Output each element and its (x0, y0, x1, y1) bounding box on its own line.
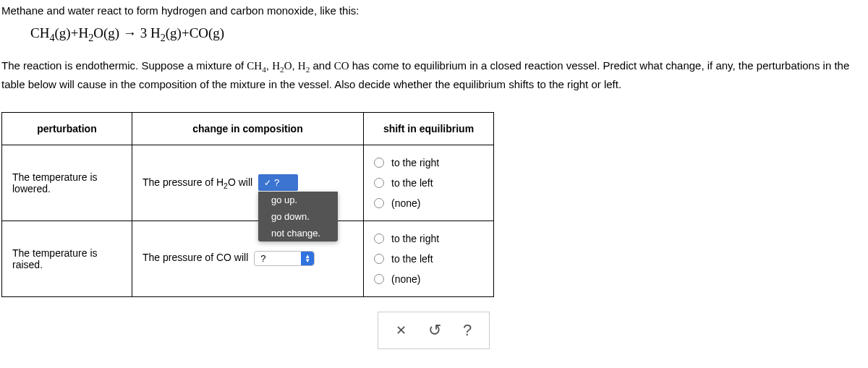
shift-option[interactable]: to the right (374, 153, 483, 173)
table-row: The temperature is raised. The pressure … (2, 221, 494, 296)
perturbation-cell: The temperature is lowered. (2, 145, 132, 221)
radio-icon (374, 234, 384, 244)
dropdown-option[interactable]: go up. (258, 192, 338, 208)
header-composition: change in composition (132, 112, 364, 145)
shift-option[interactable]: to the left (374, 249, 483, 269)
reset-icon[interactable]: ↺ (428, 321, 441, 340)
question-paragraph: The reaction is endothermic. Suppose a m… (1, 57, 867, 93)
help-icon[interactable]: ? (463, 321, 472, 340)
composition-dropdown-closed[interactable]: ? ▲▼ (254, 251, 315, 266)
perturbation-table: perturbation change in composition shift… (1, 112, 494, 297)
perturbation-cell: The temperature is raised. (2, 221, 132, 296)
header-perturbation: perturbation (2, 112, 132, 145)
shift-option[interactable]: (none) (374, 269, 483, 289)
intro-text: Methane and water react to form hydrogen… (1, 3, 867, 18)
radio-icon (374, 198, 384, 208)
composition-label: The pressure of CO will (142, 252, 248, 264)
radio-icon (374, 254, 384, 264)
shift-option[interactable]: to the left (374, 173, 483, 193)
dropdown-option[interactable]: go down. (258, 208, 338, 225)
radio-icon (374, 178, 384, 188)
composition-label: The pressure of H2O will (142, 176, 255, 188)
header-shift: shift in equilibrium (364, 112, 494, 145)
radio-icon (374, 274, 384, 284)
shift-option[interactable]: to the right (374, 228, 483, 249)
dropdown-list: go up. go down. not change. (258, 192, 338, 241)
dropdown-option[interactable]: not change. (258, 225, 338, 241)
composition-dropdown-open[interactable]: ✓? go up. go down. not change. (258, 174, 298, 191)
table-row: The temperature is lowered. The pressure… (2, 145, 494, 221)
action-bar: ✕ ↺ ? (378, 312, 490, 349)
chevron-updown-icon: ▲▼ (301, 252, 314, 265)
close-icon[interactable]: ✕ (396, 322, 407, 338)
radio-icon (374, 158, 384, 168)
chemical-equation: CH4(g)+H2O(g) → 3 H2(g)+CO(g) (30, 25, 867, 44)
shift-option[interactable]: (none) (374, 193, 483, 213)
